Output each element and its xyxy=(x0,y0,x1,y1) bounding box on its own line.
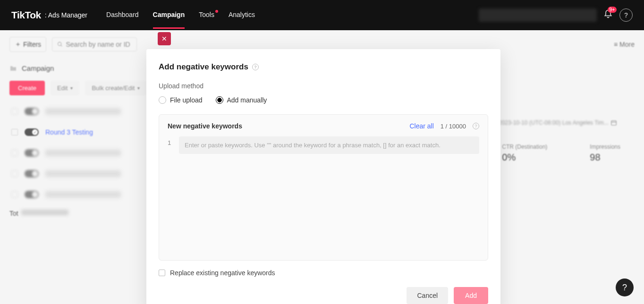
more-label: More xyxy=(619,41,635,48)
totals-value-blurred xyxy=(21,210,68,215)
replace-row: Replace existing negative keywords xyxy=(159,269,488,277)
stat-ctr-value: 0% xyxy=(502,152,547,163)
clear-all-button[interactable]: Clear all xyxy=(409,122,433,130)
logo: TikTok : Ads Manager xyxy=(11,9,87,21)
notification-badge: 9+ xyxy=(608,7,617,13)
question-icon: ? xyxy=(624,11,628,19)
add-negative-keywords-modal: ✕ Add negative keywords ? Upload method … xyxy=(146,49,500,304)
radio-file-upload-label: File upload xyxy=(170,96,203,104)
date-range-display[interactable]: 2023-10-10 (UTC-08:00) Los Angeles Tim..… xyxy=(499,118,621,127)
replace-checkbox[interactable] xyxy=(159,270,165,276)
date-text: 2023-10-10 (UTC-08:00) Los Angeles Tim..… xyxy=(499,119,609,126)
edit-label: Edit xyxy=(57,84,68,92)
modal-title: Add negative keywords ? xyxy=(159,62,488,72)
logo-subtitle: : Ads Manager xyxy=(45,11,87,19)
replace-label: Replace existing negative keywords xyxy=(170,269,275,277)
tab-campaign[interactable]: Campaign xyxy=(153,11,185,19)
modal-title-text: Add negative keywords xyxy=(159,62,248,72)
search-input-wrap[interactable] xyxy=(52,37,137,51)
row-checkbox[interactable] xyxy=(11,108,18,115)
help-fab[interactable]: ? xyxy=(616,279,634,296)
keywords-title: New negative keywords xyxy=(168,122,242,130)
stats-block: CTR (Destination) 0% Impressions 98 xyxy=(502,144,620,163)
filters-button[interactable]: ＋ Filters xyxy=(9,37,46,52)
totals-label: Tot xyxy=(9,210,18,217)
bulk-create-edit-button[interactable]: Bulk create/Edit▾ xyxy=(85,81,146,95)
toggle[interactable] xyxy=(25,170,39,177)
radio-add-manually[interactable]: Add manually xyxy=(216,96,267,104)
info-icon[interactable]: ? xyxy=(252,64,259,70)
plus-icon: ＋ xyxy=(15,40,21,49)
header-right: 9+ ? xyxy=(479,8,633,22)
tab-dashboard[interactable]: Dashboard xyxy=(106,11,139,19)
radio-add-manually-label: Add manually xyxy=(227,96,267,104)
campaign-link[interactable]: Round 3 Testing xyxy=(45,128,93,136)
notification-dot-icon xyxy=(215,10,218,13)
account-selector-blurred[interactable] xyxy=(479,8,597,22)
keywords-count: 1 / 10000 xyxy=(441,123,466,130)
keywords-header: New negative keywords Clear all 1 / 1000… xyxy=(168,122,479,130)
svg-line-1 xyxy=(61,45,62,47)
folder-icon xyxy=(9,65,17,72)
row-checkbox[interactable] xyxy=(11,191,18,198)
cancel-button[interactable]: Cancel xyxy=(407,287,448,304)
stat-impressions: Impressions 98 xyxy=(590,144,620,163)
stat-ctr: CTR (Destination) 0% xyxy=(502,144,547,163)
calendar-icon xyxy=(610,119,617,126)
upload-method-label: Upload method xyxy=(159,82,488,90)
campaign-name-blurred xyxy=(45,150,121,156)
row-checkbox[interactable] xyxy=(11,150,18,156)
logo-text: TikTok xyxy=(11,9,41,21)
section-title: Campaign xyxy=(22,64,54,72)
campaign-name-blurred xyxy=(45,170,121,177)
toggle[interactable] xyxy=(25,191,39,198)
row-checkbox[interactable] xyxy=(11,170,18,177)
tab-tools[interactable]: Tools xyxy=(199,11,214,19)
close-icon: ✕ xyxy=(161,35,167,42)
upload-method-radios: File upload Add manually xyxy=(159,96,488,104)
chevron-down-icon: ▾ xyxy=(137,85,140,91)
modal-footer: Cancel Add xyxy=(159,287,488,304)
hamburger-icon: ≡ xyxy=(614,41,618,48)
more-button[interactable]: ≡ More xyxy=(614,41,635,48)
search-input[interactable] xyxy=(66,41,132,48)
radio-icon xyxy=(216,96,223,104)
stat-ctr-label: CTR (Destination) xyxy=(502,144,547,150)
question-icon: ? xyxy=(622,283,627,293)
radio-file-upload[interactable]: File upload xyxy=(159,96,203,104)
radio-icon xyxy=(159,96,166,104)
keywords-panel: New negative keywords Clear all 1 / 1000… xyxy=(159,114,488,261)
campaign-name-blurred xyxy=(45,191,121,198)
row-checkbox[interactable] xyxy=(11,129,18,135)
toggle[interactable] xyxy=(25,149,39,157)
notifications-button[interactable]: 9+ xyxy=(603,9,613,21)
tab-tools-label: Tools xyxy=(199,11,214,18)
keywords-input[interactable] xyxy=(179,136,479,154)
toggle[interactable] xyxy=(25,108,39,115)
search-icon xyxy=(57,41,63,48)
toggle[interactable] xyxy=(25,128,39,136)
line-number: 1 xyxy=(168,139,171,146)
svg-rect-2 xyxy=(611,121,617,125)
bulk-label: Bulk create/Edit xyxy=(92,84,135,92)
filters-label: Filters xyxy=(23,41,41,48)
app-header: TikTok : Ads Manager Dashboard Campaign … xyxy=(0,0,644,30)
stat-impr-label: Impressions xyxy=(590,144,620,150)
info-icon[interactable]: ? xyxy=(473,123,479,129)
svg-point-0 xyxy=(58,42,61,45)
create-button[interactable]: Create xyxy=(9,81,45,95)
tab-analytics[interactable]: Analytics xyxy=(229,11,255,19)
nav-tabs: Dashboard Campaign Tools Analytics xyxy=(106,11,255,19)
add-button[interactable]: Add xyxy=(454,287,488,304)
help-button[interactable]: ? xyxy=(619,8,633,22)
stat-impr-value: 98 xyxy=(590,152,620,163)
close-button[interactable]: ✕ xyxy=(158,32,171,45)
keywords-editor: 1 xyxy=(168,136,479,253)
edit-button[interactable]: Edit▾ xyxy=(51,81,79,95)
chevron-down-icon: ▾ xyxy=(70,85,73,91)
campaign-name-blurred xyxy=(45,108,121,115)
